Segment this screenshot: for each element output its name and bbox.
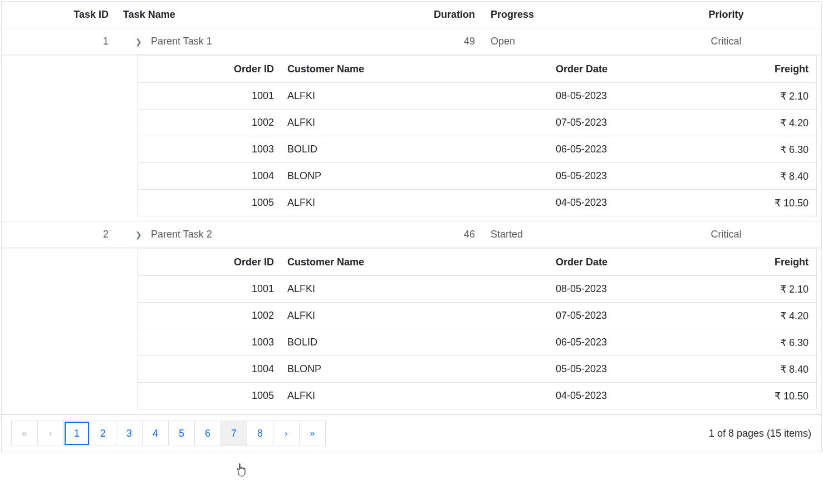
cell-freight: ₹ 2.10 [695, 90, 816, 102]
pager-info-label: 1 of 8 pages (15 items) [709, 428, 811, 439]
cell-order-id: 1001 [138, 283, 283, 295]
cell-order-id: 1001 [138, 90, 283, 102]
cell-freight: ₹ 6.30 [695, 337, 816, 349]
cell-order-id: 1002 [138, 117, 283, 129]
cell-customer: BOLID [283, 144, 556, 155]
pager-first-button[interactable]: « [11, 421, 38, 446]
cell-customer: ALFKI [283, 90, 556, 102]
task-progress-cell: Open [481, 36, 631, 47]
task-progress-cell: Started [481, 229, 631, 240]
col-header-priority[interactable]: Priority [631, 9, 821, 21]
order-row[interactable]: 1002 ALFKI 07-05-2023 ₹ 4.20 [138, 302, 816, 329]
pager: « ‹ 1 2 3 4 5 6 7 8 › » 1 of 8 pages (15… [2, 414, 821, 452]
cell-date: 08-05-2023 [556, 283, 695, 295]
cell-freight: ₹ 4.20 [695, 117, 816, 129]
chevron-right-icon[interactable]: ❯ [135, 230, 144, 239]
cell-customer: BLONP [283, 363, 556, 375]
cell-order-id: 1005 [138, 390, 283, 402]
cell-customer: BOLID [283, 337, 556, 348]
task-duration-cell: 46 [425, 229, 481, 240]
cell-date: 04-05-2023 [556, 197, 695, 209]
task-name-cell: ❯ Parent Task 1 [119, 36, 425, 47]
task-name-cell: ❯ Parent Task 2 [119, 229, 425, 240]
order-grid: Order ID Customer Name Order Date Freigh… [138, 249, 817, 409]
col-header-task-name[interactable]: Task Name [119, 9, 425, 21]
pager-page-button[interactable]: 2 [90, 421, 116, 446]
cell-date: 08-05-2023 [556, 90, 695, 102]
order-row[interactable]: 1001 ALFKI 08-05-2023 ₹ 2.10 [138, 275, 816, 302]
cell-date: 07-05-2023 [556, 117, 695, 129]
order-row[interactable]: 1004 BLONP 05-05-2023 ₹ 8.40 [138, 355, 816, 382]
cell-freight: ₹ 10.50 [695, 197, 816, 209]
cell-freight: ₹ 8.40 [695, 170, 816, 182]
cell-freight: ₹ 4.20 [695, 310, 816, 322]
chevron-right-icon[interactable]: ❯ [135, 37, 144, 46]
col-header-customer-name[interactable]: Customer Name [283, 63, 556, 75]
order-row[interactable]: 1001 ALFKI 08-05-2023 ₹ 2.10 [138, 82, 816, 109]
pager-page-button[interactable]: 6 [194, 421, 221, 446]
cell-customer: ALFKI [283, 283, 556, 295]
task-id-cell: 2 [2, 229, 119, 240]
task-duration-cell: 49 [425, 36, 481, 47]
cell-date: 04-05-2023 [556, 390, 695, 402]
pager-page-button[interactable]: 1 [63, 421, 90, 446]
order-row[interactable]: 1003 BOLID 06-05-2023 ₹ 6.30 [138, 136, 816, 162]
col-header-order-date[interactable]: Order Date [556, 256, 695, 268]
order-row[interactable]: 1004 BLONP 05-05-2023 ₹ 8.40 [138, 162, 816, 189]
task-row[interactable]: 1 ❯ Parent Task 1 49 Open Critical [2, 28, 821, 55]
cell-freight: ₹ 2.10 [695, 283, 816, 295]
task-priority-cell: Critical [631, 229, 821, 240]
cell-date: 05-05-2023 [556, 170, 695, 182]
pager-prev-button[interactable]: ‹ [37, 421, 64, 446]
pager-page-button[interactable]: 7 [221, 421, 247, 446]
task-priority-cell: Critical [631, 36, 821, 47]
order-row[interactable]: 1005 ALFKI 04-05-2023 ₹ 10.50 [138, 189, 816, 216]
pager-next-button[interactable]: › [273, 421, 300, 446]
cell-date: 06-05-2023 [556, 337, 695, 348]
cell-order-id: 1003 [138, 337, 283, 348]
col-header-progress[interactable]: Progress [481, 9, 631, 21]
cell-freight: ₹ 6.30 [695, 144, 816, 156]
cell-freight: ₹ 10.50 [695, 390, 816, 402]
pager-page-button[interactable]: 5 [168, 421, 195, 446]
pager-buttons: « ‹ 1 2 3 4 5 6 7 8 › » [12, 421, 326, 446]
order-grid: Order ID Customer Name Order Date Freigh… [138, 56, 817, 216]
cell-date: 06-05-2023 [556, 144, 695, 155]
cell-date: 05-05-2023 [556, 363, 695, 375]
cell-customer: ALFKI [283, 310, 556, 322]
pager-page-button[interactable]: 8 [247, 421, 273, 446]
pager-page-button[interactable]: 4 [142, 421, 169, 446]
cell-order-id: 1004 [138, 170, 283, 182]
detail-panel: Order ID Customer Name Order Date Freigh… [2, 248, 821, 414]
cell-date: 07-05-2023 [556, 310, 695, 322]
task-name-label: Parent Task 2 [151, 229, 212, 240]
col-header-order-id[interactable]: Order ID [138, 63, 283, 75]
col-header-task-id[interactable]: Task ID [2, 9, 119, 21]
order-header-row: Order ID Customer Name Order Date Freigh… [138, 56, 816, 82]
col-header-customer-name[interactable]: Customer Name [283, 256, 556, 268]
task-header-row: Task ID Task Name Duration Progress Prio… [2, 2, 821, 28]
order-row[interactable]: 1002 ALFKI 07-05-2023 ₹ 4.20 [138, 109, 816, 136]
col-header-freight[interactable]: Freight [695, 256, 816, 268]
pager-page-button[interactable]: 3 [116, 421, 143, 446]
task-id-cell: 1 [2, 36, 119, 47]
cell-customer: ALFKI [283, 390, 556, 402]
cell-order-id: 1002 [138, 310, 283, 322]
col-header-duration[interactable]: Duration [425, 9, 481, 21]
detail-panel: Order ID Customer Name Order Date Freigh… [2, 55, 821, 221]
task-name-label: Parent Task 1 [151, 36, 212, 47]
col-header-order-id[interactable]: Order ID [138, 256, 283, 268]
order-row[interactable]: 1003 BOLID 06-05-2023 ₹ 6.30 [138, 329, 816, 355]
cell-freight: ₹ 8.40 [695, 363, 816, 375]
pager-last-button[interactable]: » [299, 421, 326, 446]
cell-customer: ALFKI [283, 117, 556, 129]
cell-customer: ALFKI [283, 197, 556, 209]
cell-order-id: 1004 [138, 363, 283, 375]
task-row[interactable]: 2 ❯ Parent Task 2 46 Started Critical [2, 221, 821, 248]
order-header-row: Order ID Customer Name Order Date Freigh… [138, 249, 816, 275]
order-row[interactable]: 1005 ALFKI 04-05-2023 ₹ 10.50 [138, 382, 816, 409]
cell-order-id: 1005 [138, 197, 283, 209]
col-header-freight[interactable]: Freight [695, 63, 816, 75]
col-header-order-date[interactable]: Order Date [556, 63, 695, 75]
cell-customer: BLONP [283, 170, 556, 182]
